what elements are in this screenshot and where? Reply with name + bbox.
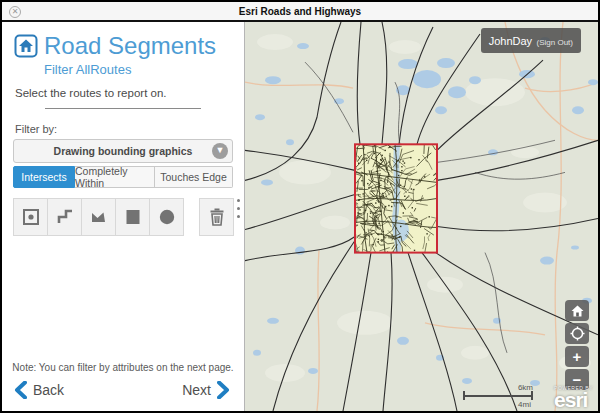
circle-icon: [157, 207, 177, 227]
tab-intersects[interactable]: Intersects: [13, 166, 75, 188]
rectangle-tool-button[interactable]: [115, 198, 150, 236]
filter-method-dropdown[interactable]: Drawing bounding graphics ▼: [13, 139, 233, 163]
user-signout-button[interactable]: JohnDay (Sign Out): [481, 28, 581, 53]
instruction-text: Select the routes to report on.: [15, 87, 244, 99]
basemap: [245, 22, 598, 411]
window-title: Esri Roads and Highways: [239, 6, 361, 17]
map-controls: + −: [565, 300, 589, 392]
title-bar: ✕ Esri Roads and Highways: [2, 2, 598, 22]
dropdown-value: Drawing bounding graphics: [54, 145, 193, 157]
trash-icon: [207, 207, 227, 227]
polygon-tool-button[interactable]: [81, 198, 116, 236]
map-canvas[interactable]: JohnDay (Sign Out): [245, 22, 598, 411]
back-button[interactable]: Back: [14, 381, 64, 399]
wizard-panel: Road Segments Filter AllRoutes Select th…: [2, 22, 245, 411]
scale-mi-label: 4mi: [518, 400, 531, 409]
next-label: Next: [182, 382, 211, 398]
chevron-left-icon: [14, 381, 27, 399]
page-subtitle: Filter AllRoutes: [44, 62, 244, 77]
app-window: ✕ Esri Roads and Highways Road Segments …: [0, 0, 600, 413]
polygon-icon: [89, 207, 109, 227]
circle-tool-button[interactable]: [149, 198, 184, 236]
trash-tool-button[interactable]: [199, 198, 234, 236]
chevron-down-icon: ▼: [212, 143, 228, 159]
point-tool-button[interactable]: [13, 198, 48, 236]
tab-touches-edge[interactable]: Touches Edge: [155, 166, 233, 188]
point-icon: [21, 207, 41, 227]
note-text: Note: You can filter by attributes on th…: [2, 362, 244, 373]
esri-brand-label: esri: [554, 391, 593, 409]
polyline-tool-button[interactable]: [47, 198, 82, 236]
divider: [45, 108, 201, 109]
panel-drag-handle[interactable]: [237, 196, 240, 220]
rectangle-icon: [123, 207, 143, 227]
zoom-in-button[interactable]: +: [565, 346, 589, 367]
chevron-right-icon: [217, 381, 230, 399]
tab-completely-within[interactable]: Completely Within: [75, 166, 155, 188]
spatial-filter-tabs: Intersects Completely Within Touches Edg…: [13, 166, 233, 188]
locate-icon: [570, 326, 585, 341]
map-home-button[interactable]: [565, 300, 589, 321]
filter-by-label: Filter by:: [15, 123, 244, 135]
sign-out-label: (Sign Out): [537, 38, 573, 47]
close-icon[interactable]: ✕: [9, 6, 21, 18]
wizard-footer: Back Next: [2, 381, 244, 411]
scale-bar: 6km 4mi: [463, 383, 533, 409]
polyline-icon: [55, 207, 75, 227]
back-label: Back: [33, 382, 64, 398]
home-icon: [14, 34, 38, 58]
page-title: Road Segments: [44, 32, 216, 60]
esri-logo: POWERED BY esri: [554, 385, 593, 409]
next-button[interactable]: Next: [182, 381, 230, 399]
home-icon: [571, 305, 584, 317]
user-name: JohnDay: [489, 35, 532, 47]
map-locate-button[interactable]: [565, 323, 589, 344]
draw-toolbar: [13, 198, 233, 236]
